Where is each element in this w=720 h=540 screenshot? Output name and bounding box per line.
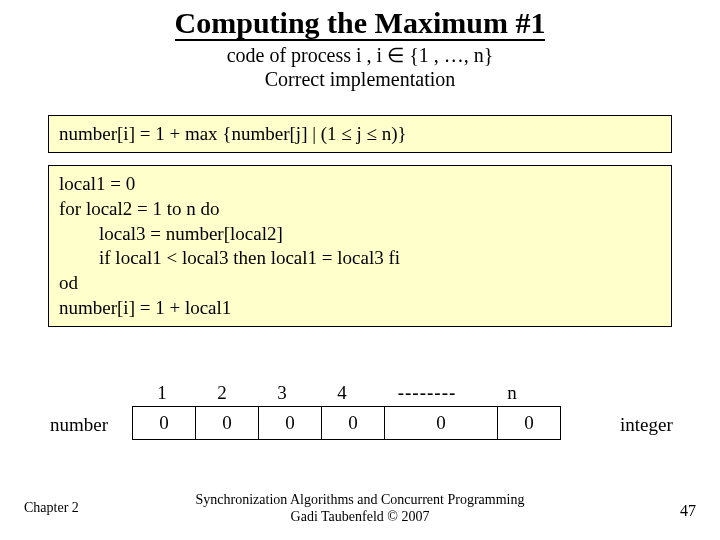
array-indices: 1 2 3 4 -------- n xyxy=(132,382,542,404)
footer-center-l2: Gadi Taubenfeld © 2007 xyxy=(291,509,430,524)
subtitle-line2: Correct implementation xyxy=(265,68,456,90)
array-cell: 0 xyxy=(498,407,561,440)
subtitle: code of process i , i ∈ {1 , …, n} Corre… xyxy=(0,43,720,91)
footer-right: 47 xyxy=(680,502,696,520)
slide-title: Computing the Maximum #1 xyxy=(0,6,720,41)
code-line: local1 = 0 xyxy=(59,172,661,197)
code-line: if local1 < local3 then local1 = local3 … xyxy=(59,246,661,271)
code-line: for local2 = 1 to n do xyxy=(59,197,661,222)
index-cell: 3 xyxy=(252,382,312,404)
index-dashes: -------- xyxy=(372,382,482,404)
array-cell: 0 xyxy=(196,407,259,440)
array-cells: 0 0 0 0 0 0 xyxy=(132,406,561,440)
formula-box: number[i] = 1 + max {number[j] | (1 ≤ j … xyxy=(48,115,672,154)
array-label-right: integer xyxy=(620,414,673,436)
index-cell: n xyxy=(482,382,542,404)
code-line: local3 = number[local2] xyxy=(59,222,661,247)
index-cell: 4 xyxy=(312,382,372,404)
code-line: number[i] = 1 + local1 xyxy=(59,296,661,321)
array-cell: 0 xyxy=(385,407,498,440)
array-cell: 0 xyxy=(259,407,322,440)
formula-text: number[i] = 1 + max {number[j] | (1 ≤ j … xyxy=(59,123,407,144)
code-line: od xyxy=(59,271,661,296)
array-label-left: number xyxy=(50,414,108,436)
array-cell: 0 xyxy=(322,407,385,440)
pseudocode-box: local1 = 0 for local2 = 1 to n do local3… xyxy=(48,165,672,327)
footer-center: Synchronization Algorithms and Concurren… xyxy=(0,492,720,526)
footer-center-l1: Synchronization Algorithms and Concurren… xyxy=(196,492,525,507)
array-cell: 0 xyxy=(133,407,196,440)
subtitle-line1: code of process i , i ∈ {1 , …, n} xyxy=(227,44,494,66)
index-cell: 2 xyxy=(192,382,252,404)
index-cell: 1 xyxy=(132,382,192,404)
